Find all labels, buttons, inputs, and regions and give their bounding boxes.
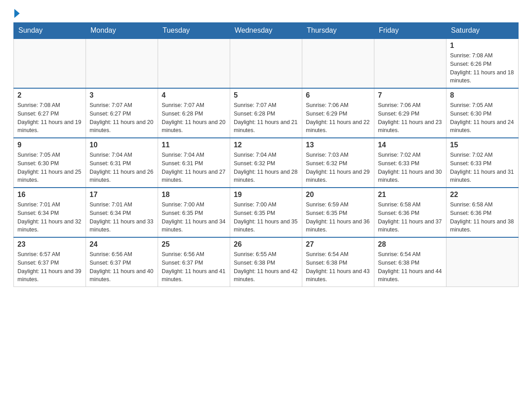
day-header-wednesday: Wednesday [230,23,302,39]
day-header-saturday: Saturday [446,23,519,39]
week-row-2: 2Sunrise: 7:08 AM Sunset: 6:27 PM Daylig… [14,88,519,138]
day-info: Sunrise: 6:55 AM Sunset: 6:38 PM Dayligh… [234,250,298,284]
calendar-table: SundayMondayTuesdayWednesdayThursdayFrid… [13,22,519,287]
calendar-cell: 18Sunrise: 7:00 AM Sunset: 6:35 PM Dayli… [158,188,230,237]
day-number: 10 [90,141,154,149]
day-header-tuesday: Tuesday [158,23,230,39]
day-header-sunday: Sunday [14,23,86,39]
calendar-cell: 12Sunrise: 7:04 AM Sunset: 6:32 PM Dayli… [230,138,302,188]
calendar-cell: 2Sunrise: 7:08 AM Sunset: 6:27 PM Daylig… [14,88,86,138]
calendar-cell: 26Sunrise: 6:55 AM Sunset: 6:38 PM Dayli… [230,237,302,287]
day-number: 18 [162,191,226,199]
day-info: Sunrise: 7:02 AM Sunset: 6:33 PM Dayligh… [450,151,515,184]
day-info: Sunrise: 7:02 AM Sunset: 6:33 PM Dayligh… [378,151,442,184]
calendar-cell: 20Sunrise: 6:59 AM Sunset: 6:35 PM Dayli… [302,188,374,237]
calendar-header-row: SundayMondayTuesdayWednesdayThursdayFrid… [14,23,519,39]
week-row-3: 9Sunrise: 7:05 AM Sunset: 6:30 PM Daylig… [14,138,519,188]
day-info: Sunrise: 6:56 AM Sunset: 6:37 PM Dayligh… [162,250,226,284]
day-number: 11 [162,141,226,149]
day-info: Sunrise: 6:57 AM Sunset: 6:37 PM Dayligh… [17,250,82,284]
day-number: 7 [378,91,442,99]
calendar-cell [446,237,519,287]
calendar-cell: 25Sunrise: 6:56 AM Sunset: 6:37 PM Dayli… [158,237,230,287]
day-number: 27 [306,240,370,248]
day-number: 3 [90,91,154,99]
day-number: 24 [90,240,154,248]
calendar-cell: 6Sunrise: 7:06 AM Sunset: 6:29 PM Daylig… [302,88,374,138]
logo-arrow-icon [14,9,20,18]
day-number: 9 [17,141,82,149]
day-info: Sunrise: 7:00 AM Sunset: 6:35 PM Dayligh… [162,201,226,234]
day-info: Sunrise: 6:59 AM Sunset: 6:35 PM Dayligh… [306,201,370,234]
day-number: 1 [450,42,515,50]
day-number: 15 [450,141,515,149]
day-info: Sunrise: 7:05 AM Sunset: 6:30 PM Dayligh… [450,101,515,135]
day-number: 14 [378,141,442,149]
day-info: Sunrise: 6:56 AM Sunset: 6:37 PM Dayligh… [90,250,154,284]
day-info: Sunrise: 6:54 AM Sunset: 6:38 PM Dayligh… [306,250,370,284]
calendar-cell: 17Sunrise: 7:01 AM Sunset: 6:34 PM Dayli… [86,188,158,237]
calendar-cell: 27Sunrise: 6:54 AM Sunset: 6:38 PM Dayli… [302,237,374,287]
calendar-cell: 16Sunrise: 7:01 AM Sunset: 6:34 PM Dayli… [14,188,86,237]
calendar-cell: 4Sunrise: 7:07 AM Sunset: 6:28 PM Daylig… [158,88,230,138]
day-number: 21 [378,191,442,199]
day-number: 17 [90,191,154,199]
day-info: Sunrise: 7:08 AM Sunset: 6:27 PM Dayligh… [17,101,82,135]
page-header [13,9,519,18]
calendar-cell: 21Sunrise: 6:58 AM Sunset: 6:36 PM Dayli… [374,188,446,237]
calendar-cell: 10Sunrise: 7:04 AM Sunset: 6:31 PM Dayli… [86,138,158,188]
day-info: Sunrise: 6:54 AM Sunset: 6:38 PM Dayligh… [378,250,442,284]
day-number: 25 [162,240,226,248]
day-info: Sunrise: 7:04 AM Sunset: 6:31 PM Dayligh… [90,151,154,184]
calendar-cell: 28Sunrise: 6:54 AM Sunset: 6:38 PM Dayli… [374,237,446,287]
day-number: 13 [306,141,370,149]
day-info: Sunrise: 7:07 AM Sunset: 6:27 PM Dayligh… [90,101,154,135]
calendar-cell: 24Sunrise: 6:56 AM Sunset: 6:37 PM Dayli… [86,237,158,287]
calendar-cell [230,39,302,88]
day-info: Sunrise: 7:06 AM Sunset: 6:29 PM Dayligh… [306,101,370,135]
calendar-cell: 1Sunrise: 7:08 AM Sunset: 6:26 PM Daylig… [446,39,519,88]
calendar-cell: 8Sunrise: 7:05 AM Sunset: 6:30 PM Daylig… [446,88,519,138]
day-info: Sunrise: 7:04 AM Sunset: 6:31 PM Dayligh… [162,151,226,184]
day-info: Sunrise: 7:06 AM Sunset: 6:29 PM Dayligh… [378,101,442,135]
week-row-1: 1Sunrise: 7:08 AM Sunset: 6:26 PM Daylig… [14,39,519,88]
day-number: 26 [234,240,298,248]
calendar-cell [374,39,446,88]
calendar-cell: 5Sunrise: 7:07 AM Sunset: 6:28 PM Daylig… [230,88,302,138]
day-number: 4 [162,91,226,99]
day-info: Sunrise: 7:08 AM Sunset: 6:26 PM Dayligh… [450,51,515,85]
calendar-cell [14,39,86,88]
calendar-cell: 7Sunrise: 7:06 AM Sunset: 6:29 PM Daylig… [374,88,446,138]
day-number: 16 [17,191,82,199]
day-number: 23 [17,240,82,248]
day-number: 12 [234,141,298,149]
calendar-cell: 19Sunrise: 7:00 AM Sunset: 6:35 PM Dayli… [230,188,302,237]
week-row-4: 16Sunrise: 7:01 AM Sunset: 6:34 PM Dayli… [14,188,519,237]
day-info: Sunrise: 7:00 AM Sunset: 6:35 PM Dayligh… [234,201,298,234]
day-info: Sunrise: 7:04 AM Sunset: 6:32 PM Dayligh… [234,151,298,184]
calendar-cell: 22Sunrise: 6:58 AM Sunset: 6:36 PM Dayli… [446,188,519,237]
day-info: Sunrise: 7:01 AM Sunset: 6:34 PM Dayligh… [17,201,82,234]
day-number: 28 [378,240,442,248]
day-info: Sunrise: 7:07 AM Sunset: 6:28 PM Dayligh… [234,101,298,135]
day-info: Sunrise: 7:03 AM Sunset: 6:32 PM Dayligh… [306,151,370,184]
day-header-friday: Friday [374,23,446,39]
day-info: Sunrise: 7:07 AM Sunset: 6:28 PM Dayligh… [162,101,226,135]
calendar-cell: 14Sunrise: 7:02 AM Sunset: 6:33 PM Dayli… [374,138,446,188]
day-number: 6 [306,91,370,99]
day-info: Sunrise: 7:01 AM Sunset: 6:34 PM Dayligh… [90,201,154,234]
week-row-5: 23Sunrise: 6:57 AM Sunset: 6:37 PM Dayli… [14,237,519,287]
day-info: Sunrise: 6:58 AM Sunset: 6:36 PM Dayligh… [450,201,515,234]
calendar-cell [302,39,374,88]
calendar-cell: 3Sunrise: 7:07 AM Sunset: 6:27 PM Daylig… [86,88,158,138]
day-header-thursday: Thursday [302,23,374,39]
logo [13,9,21,18]
day-number: 22 [450,191,515,199]
calendar-cell: 9Sunrise: 7:05 AM Sunset: 6:30 PM Daylig… [14,138,86,188]
day-number: 2 [17,91,82,99]
day-number: 19 [234,191,298,199]
calendar-cell [158,39,230,88]
calendar-cell [86,39,158,88]
day-number: 5 [234,91,298,99]
day-number: 20 [306,191,370,199]
